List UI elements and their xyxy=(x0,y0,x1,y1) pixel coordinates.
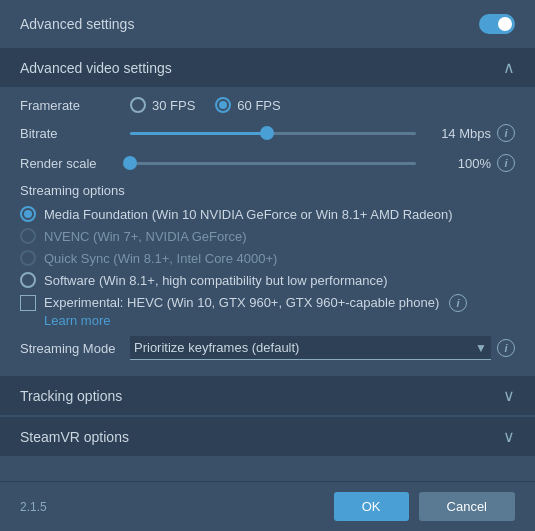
streaming-options-label: Streaming options xyxy=(20,183,515,198)
main-container: Advanced settings Advanced video setting… xyxy=(0,0,535,531)
bitrate-info-icon[interactable]: i xyxy=(497,124,515,142)
renderscale-slider-track xyxy=(130,162,416,165)
renderscale-row: Render scale 100% i xyxy=(20,153,515,173)
bitrate-slider-track xyxy=(130,132,416,135)
radio-nvenc xyxy=(20,228,36,244)
bitrate-row: Bitrate 14 Mbps i xyxy=(20,123,515,143)
experimental-hevc-checkbox[interactable] xyxy=(20,295,36,311)
media-foundation-label: Media Foundation (Win 10 NVIDIA GeForce … xyxy=(44,207,453,222)
streaming-mode-label: Streaming Mode xyxy=(20,341,130,356)
renderscale-slider-container[interactable] xyxy=(130,153,416,173)
experimental-hevc-label: Experimental: HEVC (Win 10, GTX 960+, GT… xyxy=(44,295,439,310)
streaming-mode-select[interactable]: Prioritize keyframes (default) Prioritiz… xyxy=(130,336,491,360)
experimental-hevc-content: Experimental: HEVC (Win 10, GTX 960+, GT… xyxy=(44,294,515,328)
stream-option-software[interactable]: Software (Win 8.1+, high compatibility b… xyxy=(20,272,515,288)
renderscale-slider-thumb[interactable] xyxy=(123,156,137,170)
radio-60fps xyxy=(215,97,231,113)
tracking-chevron-down-icon: ∨ xyxy=(503,386,515,405)
toggle-knob xyxy=(498,17,512,31)
advanced-video-label: Advanced video settings xyxy=(20,60,503,76)
stream-option-nvenc[interactable]: NVENC (Win 7+, NVIDIA GeForce) xyxy=(20,228,515,244)
radio-quick-sync xyxy=(20,250,36,266)
bitrate-slider-fill xyxy=(130,132,267,135)
advanced-video-section-header[interactable]: Advanced video settings ∧ xyxy=(0,48,535,87)
tracking-options-header[interactable]: Tracking options ∨ xyxy=(0,376,535,415)
renderscale-label: Render scale xyxy=(20,156,130,171)
advanced-settings-toggle[interactable] xyxy=(479,14,515,34)
steamvr-options-label: SteamVR options xyxy=(20,429,503,445)
bitrate-label: Bitrate xyxy=(20,126,130,141)
advanced-settings-label: Advanced settings xyxy=(20,16,134,32)
steamvr-chevron-down-icon: ∨ xyxy=(503,427,515,446)
streaming-mode-info-icon[interactable]: i xyxy=(497,339,515,357)
learn-more-link[interactable]: Learn more xyxy=(44,313,110,328)
streaming-mode-row: Streaming Mode Prioritize keyframes (def… xyxy=(20,336,515,360)
bitrate-slider-container[interactable] xyxy=(130,123,416,143)
framerate-row: Framerate 30 FPS 60 FPS xyxy=(20,97,515,113)
framerate-60fps-label: 60 FPS xyxy=(237,98,280,113)
framerate-30fps-label: 30 FPS xyxy=(152,98,195,113)
stream-option-media-foundation[interactable]: Media Foundation (Win 10 NVIDIA GeForce … xyxy=(20,206,515,222)
framerate-radio-group: 30 FPS 60 FPS xyxy=(130,97,281,113)
framerate-60fps[interactable]: 60 FPS xyxy=(215,97,280,113)
radio-30fps xyxy=(130,97,146,113)
nvenc-label: NVENC (Win 7+, NVIDIA GeForce) xyxy=(44,229,247,244)
advanced-video-content: Framerate 30 FPS 60 FPS Bitrate xyxy=(0,87,535,374)
renderscale-info-icon[interactable]: i xyxy=(497,154,515,172)
bitrate-slider-thumb[interactable] xyxy=(260,126,274,140)
tracking-options-label: Tracking options xyxy=(20,388,503,404)
advanced-settings-bar: Advanced settings xyxy=(0,0,535,48)
renderscale-value: 100% xyxy=(426,156,491,171)
experimental-hevc-row: Experimental: HEVC (Win 10, GTX 960+, GT… xyxy=(20,294,515,328)
software-label: Software (Win 8.1+, high compatibility b… xyxy=(44,273,388,288)
framerate-30fps[interactable]: 30 FPS xyxy=(130,97,195,113)
steamvr-options-header[interactable]: SteamVR options ∨ xyxy=(0,417,535,456)
quick-sync-label: Quick Sync (Win 8.1+, Intel Core 4000+) xyxy=(44,251,277,266)
bottom-buttons: OK Cancel xyxy=(334,492,515,521)
streaming-mode-dropdown-container: Prioritize keyframes (default) Prioritiz… xyxy=(130,336,491,360)
radio-software xyxy=(20,272,36,288)
ok-button[interactable]: OK xyxy=(334,492,409,521)
bitrate-value: 14 Mbps xyxy=(426,126,491,141)
hevc-info-icon[interactable]: i xyxy=(449,294,467,312)
chevron-up-icon: ∧ xyxy=(503,58,515,77)
version-label: 2.1.5 xyxy=(20,500,47,514)
cancel-button[interactable]: Cancel xyxy=(419,492,515,521)
bottom-bar: 2.1.5 OK Cancel xyxy=(0,481,535,531)
stream-option-quick-sync[interactable]: Quick Sync (Win 8.1+, Intel Core 4000+) xyxy=(20,250,515,266)
framerate-label: Framerate xyxy=(20,98,130,113)
radio-media-foundation xyxy=(20,206,36,222)
